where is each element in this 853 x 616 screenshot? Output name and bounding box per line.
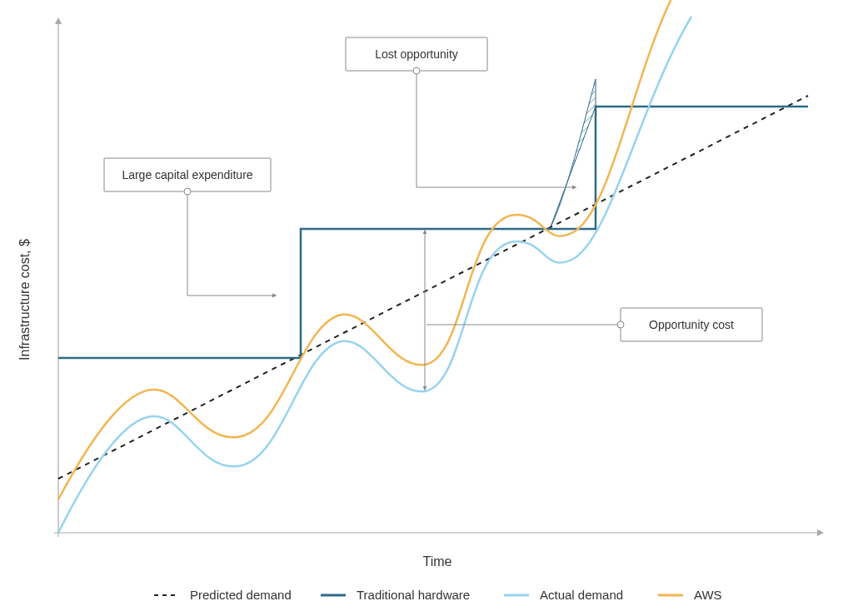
callout-capex: Large capital expenditure bbox=[104, 158, 275, 296]
axes bbox=[54, 21, 821, 537]
chart-container: Large capital expenditure Lost opportuni… bbox=[0, 0, 853, 616]
legend: Predicted demand Traditional hardware Ac… bbox=[154, 588, 722, 602]
series-aws bbox=[58, 0, 675, 499]
svg-point-2 bbox=[184, 188, 191, 195]
chart-svg: Large capital expenditure Lost opportuni… bbox=[0, 0, 853, 616]
series-actual bbox=[58, 17, 691, 533]
callout-lost: Lost opportunity bbox=[346, 37, 575, 187]
callout-oppcost: Opportunity cost bbox=[426, 308, 762, 341]
callout-oppcost-label: Opportunity cost bbox=[649, 318, 734, 331]
callout-lost-label: Lost opportunity bbox=[375, 47, 458, 61]
legend-predicted: Predicted demand bbox=[190, 588, 292, 602]
legend-actual: Actual demand bbox=[540, 588, 623, 602]
lost-opportunity-area bbox=[550, 79, 596, 229]
svg-point-6 bbox=[617, 321, 624, 328]
legend-aws: AWS bbox=[694, 588, 722, 602]
x-axis-label: Time bbox=[423, 554, 452, 569]
callout-capex-label: Large capital expenditure bbox=[122, 168, 252, 181]
svg-point-4 bbox=[413, 67, 420, 74]
y-axis-label: Infrastructure cost, $ bbox=[17, 239, 32, 360]
legend-traditional: Traditional hardware bbox=[357, 588, 470, 602]
